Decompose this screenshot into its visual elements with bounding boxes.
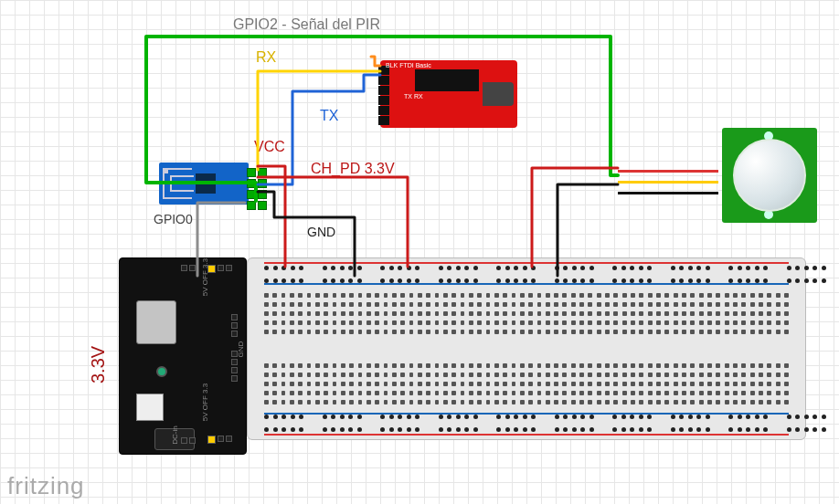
psu-gnd-label: GND	[238, 341, 246, 358]
label-gpio0: GPIO0	[154, 212, 193, 226]
jumper-bottom-right[interactable]	[207, 435, 233, 445]
psu-dc-label: DC-in	[171, 425, 179, 444]
header-bottom-left	[180, 436, 196, 445]
label-chpd: CH_PD 3.3V	[311, 161, 395, 177]
watermark: fritzing	[7, 472, 85, 500]
psu-bot-label: 5V OFF 3.3	[201, 383, 209, 421]
power-led-icon	[156, 366, 167, 377]
wire-ftdi-orange	[371, 57, 380, 66]
header-top-left	[180, 264, 196, 272]
ftdi-header	[378, 66, 389, 125]
breadboard-top-rails	[264, 266, 789, 283]
pir-dome-icon	[733, 139, 806, 212]
label-tx: TX	[320, 108, 338, 124]
psu-top-label: 5V OFF 3.3	[201, 258, 209, 296]
label-rx: RX	[256, 49, 276, 66]
pir-leads	[618, 166, 718, 199]
breadboard	[247, 257, 806, 440]
wire-pir-vcc-red	[532, 168, 618, 267]
label-gpio2: GPIO2 - Señal del PIR	[233, 16, 380, 33]
label-gnd: GND	[307, 225, 335, 239]
header-side	[230, 313, 239, 338]
ftdi-chip-icon	[415, 69, 479, 91]
usb-port	[136, 300, 176, 344]
esp-header	[247, 168, 267, 210]
breadboard-tie-area	[264, 293, 789, 404]
antenna-icon	[163, 168, 192, 199]
breadboard-bottom-rails	[264, 415, 789, 432]
power-supply-module: 5V OFF 3.3 5V OFF 3.3 GND DC-in	[119, 257, 247, 455]
ftdi-adapter: BLK FTDI Basic TX RX	[380, 60, 517, 128]
label-3v3: 3.3V	[88, 346, 109, 383]
ftdi-top-label: BLK FTDI Basic	[386, 62, 431, 68]
mini-usb-icon	[483, 82, 514, 106]
jumper-top-right[interactable]	[207, 264, 233, 274]
esp-chip-icon	[196, 173, 216, 194]
ftdi-pin-label: TX RX	[404, 93, 423, 100]
wire-chpd-red	[258, 177, 408, 267]
power-button[interactable]	[136, 394, 164, 421]
label-vcc: VCC	[254, 139, 285, 155]
esp8266-module	[159, 163, 249, 205]
